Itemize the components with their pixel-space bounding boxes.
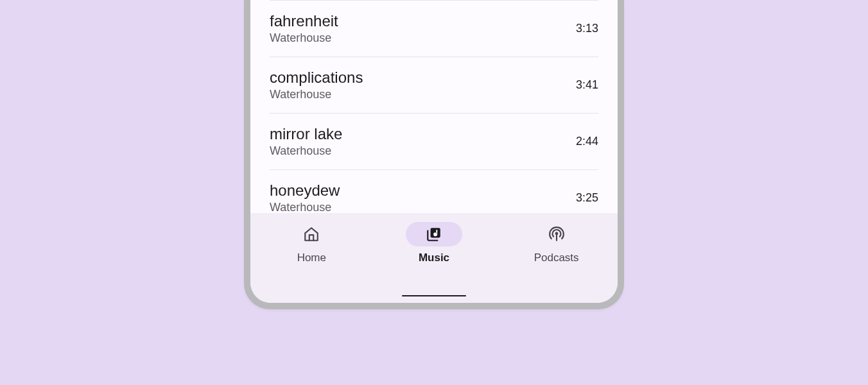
bottom-nav: Home Mus	[250, 213, 618, 303]
track-meta: mirror lake Waterhouse	[270, 125, 342, 158]
nav-label: Music	[419, 252, 449, 264]
track-meta: complications Waterhouse	[270, 69, 363, 101]
home-indicator[interactable]	[402, 295, 466, 296]
track-artist: Waterhouse	[270, 88, 363, 101]
track-meta: honeydew Waterhouse	[270, 182, 340, 213]
track-list[interactable]: fahrenheit Waterhouse 3:13 complications…	[250, 0, 618, 213]
track-artist: Waterhouse	[270, 201, 340, 213]
track-title: honeydew	[270, 182, 340, 200]
track-row[interactable]: honeydew Waterhouse 3:25	[270, 169, 598, 213]
track-meta: fahrenheit Waterhouse	[270, 12, 338, 45]
track-title: complications	[270, 69, 363, 87]
nav-icon-wrap	[283, 222, 340, 246]
track-duration: 3:13	[576, 22, 598, 35]
track-artist: Waterhouse	[270, 31, 338, 45]
nav-item-podcasts[interactable]: Podcasts	[518, 222, 595, 264]
track-row[interactable]: mirror lake Waterhouse 2:44	[270, 113, 598, 169]
nav-label: Podcasts	[534, 252, 579, 264]
home-icon	[303, 226, 320, 243]
track-duration: 3:25	[576, 191, 598, 205]
nav-item-home[interactable]: Home	[273, 222, 350, 264]
podcasts-icon	[548, 226, 565, 243]
svg-point-1	[434, 233, 437, 235]
nav-icon-wrap	[528, 222, 585, 246]
track-artist: Waterhouse	[270, 144, 342, 158]
track-title: mirror lake	[270, 125, 342, 143]
nav-label: Home	[297, 252, 326, 264]
music-library-icon	[426, 226, 442, 243]
nav-row: Home Mus	[250, 222, 618, 264]
track-row[interactable]: fahrenheit Waterhouse 3:13	[270, 0, 598, 56]
nav-item-music[interactable]: Music	[395, 222, 473, 264]
phone-frame: fahrenheit Waterhouse 3:13 complications…	[244, 0, 624, 309]
track-duration: 3:41	[576, 78, 598, 92]
phone-screen: fahrenheit Waterhouse 3:13 complications…	[250, 0, 618, 303]
track-row[interactable]: complications Waterhouse 3:41	[270, 56, 598, 113]
track-duration: 2:44	[576, 135, 598, 148]
track-title: fahrenheit	[270, 12, 338, 30]
nav-icon-wrap	[406, 222, 462, 246]
